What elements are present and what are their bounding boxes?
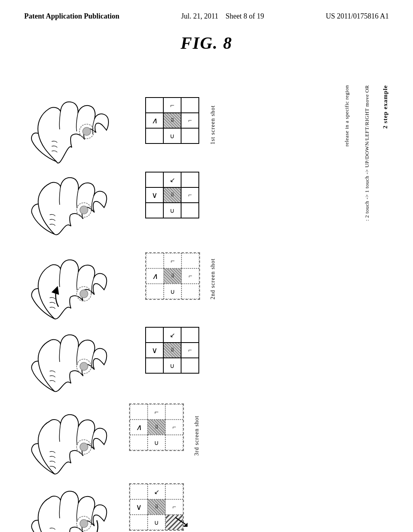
- first-screenshot-label: 1st screen shot: [210, 105, 216, 144]
- figure-title: FIG. 8: [0, 33, 413, 53]
- hand-1st-top: [24, 89, 137, 170]
- grid-1st-top: ⌐ ∧ ⠿ ⌐ ∪: [145, 97, 199, 144]
- grid-1st-bottom: ↙ ∨ ⠿ ⌐ ∪: [145, 172, 199, 218]
- page-header: Patent Application Publication Jul. 21, …: [0, 0, 413, 21]
- patent-number: US 2011/0175816 A1: [326, 11, 389, 21]
- third-screenshot-label: 3rd screen shot: [194, 416, 200, 456]
- hand-2nd-bottom: [24, 323, 133, 397]
- step-example-label: 2 step example: [382, 85, 389, 129]
- date-sheet-info: Jul. 21, 2011 Sheet 8 of 19: [181, 11, 264, 21]
- grid-2nd-bottom: ↙ ∨ ⠿ ⌐ ∪: [145, 327, 199, 374]
- grid-3rd-top: ⌐ ∧ ⠿ ⌐ ∪: [129, 403, 184, 451]
- second-screenshot-label: 2nd screen shot: [210, 258, 216, 299]
- publication-label: Patent Application Publication: [24, 11, 119, 21]
- hand-1st-bottom: [24, 166, 133, 242]
- svg-point-5: [80, 290, 88, 298]
- svg-point-3: [80, 206, 88, 214]
- hand-3rd-bottom: [24, 476, 133, 532]
- date-label: Jul. 21, 2011: [181, 12, 218, 20]
- svg-point-12: [80, 520, 88, 528]
- svg-point-7: [80, 362, 88, 370]
- step-description-2: release in a specific region: [343, 85, 351, 147]
- step-description: : 2 touch -> 1 touch -> UP/DOWN/LEFT/RIG…: [363, 85, 371, 221]
- svg-point-9: [80, 443, 88, 451]
- arrow-3rd-bottom: [173, 515, 190, 528]
- sheet-label: Sheet 8 of 19: [225, 12, 264, 20]
- hand-2nd-top: [24, 246, 133, 327]
- hand-3rd-top: [24, 399, 133, 480]
- grid-2nd-top: ⌐ ∧ ⠿ ⌐ ∪: [145, 252, 200, 300]
- svg-point-1: [83, 127, 91, 135]
